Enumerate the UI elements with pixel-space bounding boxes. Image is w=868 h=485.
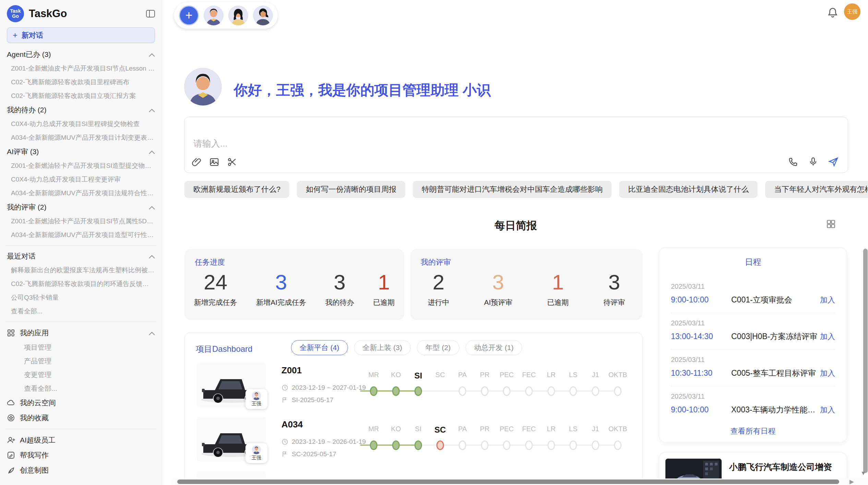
milestone-label: KO [391,425,401,433]
scroll-down-arrow[interactable]: ▼ [860,470,866,477]
suggestion-chip[interactable]: 特朗普可能对进口汽车增税会对中国车企造成哪些影响 [413,181,612,198]
input-placeholder: 请输入... [193,138,228,150]
stat-value: 3 [603,271,625,294]
milestone-line-todo [419,390,618,391]
stat-value: 3 [256,271,306,294]
sidebar-item[interactable]: Z001-全新燃油皮卡产品开发项目SI节点Lesson Learn报告 [7,62,155,75]
sidebar-item[interactable]: C0X4-动力总成开发项目工程变更评审 [7,173,155,186]
send-icon[interactable] [828,156,839,167]
app-item-project-mgmt[interactable]: 项目管理 [7,340,155,354]
stat-label: 进行中 [428,298,449,307]
sidebar-item-creative-draw[interactable]: 创意制图 [7,463,155,478]
news-title: 小鹏飞行汽车制造公司增资 [729,461,847,473]
sidebar-item[interactable]: C0X4-动力总成开发项目SI里程碑提交物检查 [7,117,155,131]
tab-year-model[interactable]: 年型 (2) [417,340,459,355]
scroll-right-arrow[interactable]: ▶ [849,478,854,485]
flag-icon [281,397,288,403]
section-my-review[interactable]: 我的评审 (2) [7,200,155,214]
project-date-range: 2023-12-19 ~ 2027-01-19 [292,384,366,391]
cloud-space-label: 我的云空间 [20,398,56,408]
section-agent-done[interactable]: Agent已办 (3) [7,47,155,62]
sidebar-item-cloud-space[interactable]: 我的云空间 [7,395,155,410]
milestone-label: LR [547,371,556,379]
join-button[interactable]: 加入 [820,405,835,415]
recent-chats-view-all[interactable]: 查看全部... [7,304,155,318]
section-ai-review[interactable]: AI评审 (3) [7,145,155,159]
section-title: Agent已办 (3) [7,50,51,59]
recent-chat-item[interactable]: 公司Q3轻卡销量 [7,291,155,304]
stat-new-done: 24 新增完成任务 [194,271,237,307]
project-flag: SC-2025-05-17 [281,450,336,458]
apps-view-all[interactable]: 查看全部... [7,382,155,395]
app-item-change-mgmt[interactable]: 变更管理 [7,368,155,382]
section-recent-chats[interactable]: 最近对话 [7,249,155,263]
sidebar-item-my-apps[interactable]: 我的应用 [7,325,155,340]
section-title: 我的评审 (2) [7,202,47,212]
attachment-icon[interactable] [191,157,202,167]
recent-chat-item[interactable]: 解释最新出台的欧盟报废车法规再生塑料比例被调至15%... [7,263,155,277]
milestone-dot [503,440,510,450]
sidebar-item-ai-employee[interactable]: AI超级员工 [7,433,155,448]
suggestion-chip[interactable]: 当下年轻人对汽车外观有怎样的喜好趋势 [765,181,868,198]
stat-value: 2 [428,271,449,294]
sidebar-item[interactable]: A034-全新新能源MUV产品开发项目法规符合性评审 [7,186,155,200]
join-button[interactable]: 加入 [820,295,835,305]
sidebar-item-favorites[interactable]: 我的收藏 [7,410,155,425]
tab-new-platform[interactable]: 全新平台 (4) [291,340,348,355]
assistant-avatar [184,68,222,105]
sidebar-item[interactable]: A034-全新新能源MUV产品开发项目造型可行性评审 [7,228,155,242]
layout-grid-icon[interactable] [825,219,836,231]
section-my-todo[interactable]: 我的待办 (2) [7,103,155,117]
recent-chat-item[interactable]: C02-飞腾新能源轻客改款项目的闭环通告反馈情况 [7,277,155,291]
join-button[interactable]: 加入 [820,332,835,342]
project-dates: 2023-12-19 ~ 2026-01-19 [281,438,366,446]
suggestion-chip[interactable]: 比亚迪全固态电池计划具体说了什么 [619,181,758,198]
stat-value: 1 [547,271,569,294]
sidebar-item-write-helper[interactable]: 帮我写作 [7,448,155,463]
avatar[interactable] [204,5,224,25]
person-sparkle-icon [7,436,15,444]
milestone-label: PR [480,425,490,433]
scissors-icon[interactable] [227,157,237,167]
quill-icon [7,466,15,474]
owner-name: 王强 [252,455,261,461]
view-all-schedule-link[interactable]: 查看所有日程 [659,426,847,436]
stat-ai-prereview: 3 AI预评审 [484,271,513,307]
milestone-label-current: SC [434,425,446,435]
sidebar-header: Task Go TaskGo [7,0,155,27]
avatar[interactable] [228,5,248,25]
taskgo-app: Task Go TaskGo + 新对话 Agent已办 (3) Z001-全新… [0,0,868,485]
tab-new-body[interactable]: 全新上装 (3) [354,340,411,355]
ai-employee-label: AI超级员工 [20,435,56,445]
avatar[interactable] [253,5,273,25]
add-member-button[interactable]: + [179,5,199,25]
microphone-icon[interactable] [808,157,818,167]
milestone-label: J1 [592,425,599,433]
notification-bell-icon[interactable] [827,7,839,20]
user-avatar[interactable]: 王强 [844,3,860,20]
favorites-label: 我的收藏 [20,413,49,423]
milestone-label: SC [435,371,445,379]
task-progress-card: 任务进度 24 新增完成任务 3 新增AI完成任务 3 我的待办 1 已逾期 [184,249,404,320]
sidebar-item[interactable]: Z001-全新燃油轻卡产品开发项目SI造型提交物评审 [7,159,155,173]
sidebar-collapse-icon[interactable] [146,10,155,18]
tab-powertrain[interactable]: 动总开发 (1) [466,340,522,355]
sidebar-item[interactable]: C02-飞腾新能源轻客改款项目里程碑画布 [7,75,155,89]
write-helper-label: 帮我写作 [20,450,49,460]
phone-icon[interactable] [788,157,798,167]
vertical-scrollbar-thumb[interactable] [863,249,868,473]
sidebar-item[interactable]: A034-全新新能源MUV产品开发项目计划变更表编写 [7,131,155,145]
chat-input[interactable]: 请输入... [184,117,848,173]
suggestion-chip[interactable]: 欧洲新规最近颁布了什么? [184,181,289,198]
sidebar-item[interactable]: Z001-全新燃油轻卡产品开发项目SI节点属性5D文件评审 [7,214,155,228]
new-chat-button[interactable]: + 新对话 [7,27,155,43]
horizontal-scrollbar-thumb[interactable] [177,480,839,484]
join-button[interactable]: 加入 [820,368,835,378]
sidebar-item[interactable]: C02-飞腾新能源轻客改款项目立项汇报方案 [7,89,155,103]
suggestion-chip[interactable]: 如何写一份清晰的项目周报 [297,181,405,198]
project-dashboard-card: 项目Dashboard 全新平台 (4) 全新上装 (3) 年型 (2) 动总开… [184,332,642,485]
image-icon[interactable] [209,157,219,167]
milestone-dot [592,386,599,396]
dashboard-tabs: 全新平台 (4) 全新上装 (3) 年型 (2) 动总开发 (1) [291,340,522,355]
app-item-product-mgmt[interactable]: 产品管理 [7,354,155,368]
